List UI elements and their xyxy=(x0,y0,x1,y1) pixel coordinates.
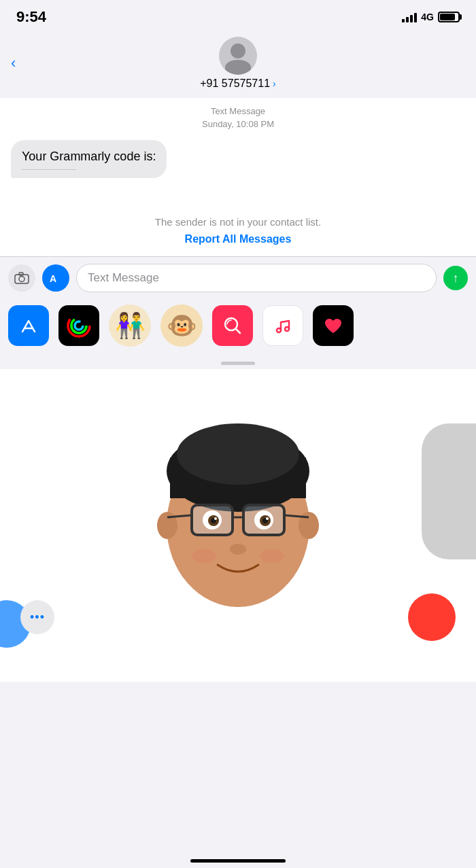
svg-point-34 xyxy=(260,549,284,563)
svg-rect-2 xyxy=(19,273,23,275)
text-input-placeholder: Text Message xyxy=(88,271,159,285)
report-link[interactable]: Report All Messages xyxy=(185,233,292,245)
svg-point-8 xyxy=(277,328,281,332)
message-date: Sunday, 10:08 PM xyxy=(0,119,476,137)
svg-point-1 xyxy=(19,277,24,282)
memoji-bottom-controls: ••• xyxy=(0,593,476,641)
network-type: 4G xyxy=(421,12,434,22)
send-arrow-icon: ↑ xyxy=(453,272,459,284)
svg-point-33 xyxy=(192,549,216,563)
memoji-main xyxy=(143,389,333,623)
warning-text: The sender is not in your contact list. xyxy=(155,216,321,228)
svg-point-32 xyxy=(230,544,246,555)
avatar[interactable] xyxy=(219,37,257,75)
memoji-section: ••• xyxy=(0,369,476,661)
heart-icon[interactable] xyxy=(313,305,354,346)
contact-warning: The sender is not in your contact list. … xyxy=(0,189,476,256)
svg-text:A: A xyxy=(50,273,56,284)
home-bar xyxy=(190,859,286,863)
activity-icon[interactable] xyxy=(58,305,99,346)
side-face-right xyxy=(422,423,476,559)
svg-point-16 xyxy=(177,423,299,485)
home-bar-area xyxy=(0,661,476,682)
messages-area: Text Message Sunday, 10:08 PM Your Gramm… xyxy=(0,98,476,189)
send-button[interactable]: ↑ xyxy=(443,266,468,290)
signal-icon xyxy=(402,12,417,22)
back-button[interactable]: ‹ xyxy=(11,54,16,72)
bubble-underline xyxy=(22,169,76,170)
camera-button[interactable] xyxy=(8,264,35,292)
web-search-icon[interactable] xyxy=(212,305,253,346)
status-icons: 4G xyxy=(402,12,460,22)
dots-icon: ••• xyxy=(30,610,45,625)
more-button[interactable]: ••• xyxy=(20,600,54,634)
svg-point-6 xyxy=(75,322,83,330)
nav-bar: ‹ +91 57575711 › xyxy=(0,31,476,98)
message-type-label: Text Message xyxy=(0,98,476,119)
divider-pill xyxy=(221,362,255,365)
contact-number[interactable]: +91 57575711 › xyxy=(200,77,275,90)
music-icon[interactable] xyxy=(262,305,303,346)
message-bubble: Your Grammarly code is: xyxy=(11,140,167,178)
appstore-input-button[interactable]: A xyxy=(42,264,69,292)
contact-info: +91 57575711 › xyxy=(200,37,275,90)
memoji2-icon[interactable]: 🐵 xyxy=(160,305,203,347)
svg-point-31 xyxy=(266,517,269,520)
status-bar: 9:54 4G xyxy=(0,0,476,31)
record-button[interactable] xyxy=(408,593,456,641)
memoji1-icon[interactable]: 👫 xyxy=(109,305,151,347)
svg-point-9 xyxy=(285,327,289,331)
battery-icon xyxy=(438,12,460,22)
chevron-right-icon: › xyxy=(273,78,276,89)
text-input-field[interactable]: Text Message xyxy=(76,264,437,292)
status-time: 9:54 xyxy=(16,8,46,26)
app-store-icon[interactable] xyxy=(8,305,49,346)
apps-row: 👫 🐵 xyxy=(0,299,476,352)
message-bubble-wrap: Your Grammarly code is: xyxy=(0,137,476,189)
svg-point-30 xyxy=(214,517,217,520)
input-bar: A Text Message ↑ xyxy=(0,256,476,299)
